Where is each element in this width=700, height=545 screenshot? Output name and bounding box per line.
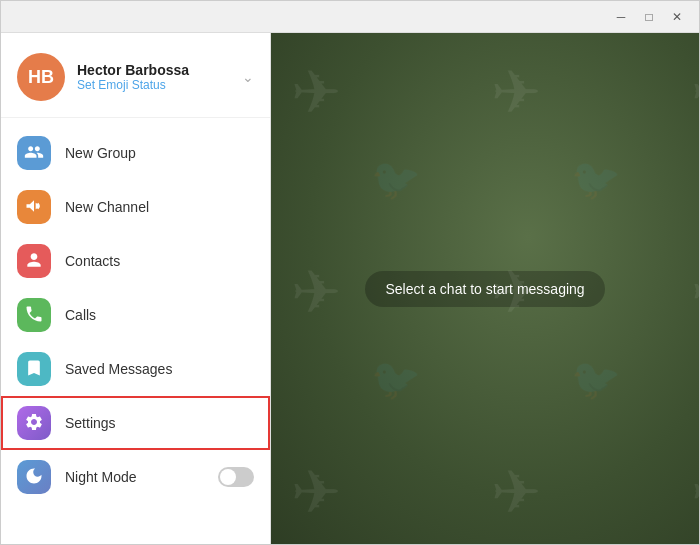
- new-channel-icon: [17, 190, 51, 224]
- new-group-icon: [17, 136, 51, 170]
- contacts-label: Contacts: [65, 253, 254, 269]
- chat-area: Select a chat to start messaging: [271, 33, 699, 544]
- night-mode-label: Night Mode: [65, 469, 204, 485]
- sidebar: HB Hector Barbossa Set Emoji Status ⌄: [1, 33, 271, 544]
- new-group-label: New Group: [65, 145, 254, 161]
- night-mode-toggle[interactable]: [218, 467, 254, 487]
- profile-info: Hector Barbossa Set Emoji Status: [77, 62, 230, 92]
- menu-item-night-mode[interactable]: Night Mode: [1, 450, 270, 504]
- minimize-button[interactable]: ─: [607, 6, 635, 28]
- profile-chevron-icon[interactable]: ⌄: [242, 69, 254, 85]
- night-mode-icon: [17, 460, 51, 494]
- profile-name: Hector Barbossa: [77, 62, 230, 78]
- menu-item-new-group[interactable]: New Group: [1, 126, 270, 180]
- saved-messages-icon: [17, 352, 51, 386]
- close-button[interactable]: ✕: [663, 6, 691, 28]
- menu-item-calls[interactable]: Calls: [1, 288, 270, 342]
- profile-section[interactable]: HB Hector Barbossa Set Emoji Status ⌄: [1, 33, 270, 118]
- app-window: ─ □ ✕ HB Hector Barbossa Set Emoji Statu…: [0, 0, 700, 545]
- avatar: HB: [17, 53, 65, 101]
- menu-item-new-channel[interactable]: New Channel: [1, 180, 270, 234]
- menu-item-saved-messages[interactable]: Saved Messages: [1, 342, 270, 396]
- menu-item-settings[interactable]: Settings: [1, 396, 270, 450]
- menu-item-contacts[interactable]: Contacts: [1, 234, 270, 288]
- maximize-button[interactable]: □: [635, 6, 663, 28]
- contacts-icon: [17, 244, 51, 278]
- settings-label: Settings: [65, 415, 254, 431]
- settings-icon: [17, 406, 51, 440]
- select-chat-message: Select a chat to start messaging: [365, 271, 604, 307]
- new-channel-label: New Channel: [65, 199, 254, 215]
- saved-messages-label: Saved Messages: [65, 361, 254, 377]
- titlebar: ─ □ ✕: [1, 1, 699, 33]
- set-emoji-status-link[interactable]: Set Emoji Status: [77, 78, 230, 92]
- main-content: HB Hector Barbossa Set Emoji Status ⌄: [1, 33, 699, 544]
- menu-list: New Group New Channel: [1, 118, 270, 544]
- calls-label: Calls: [65, 307, 254, 323]
- calls-icon: [17, 298, 51, 332]
